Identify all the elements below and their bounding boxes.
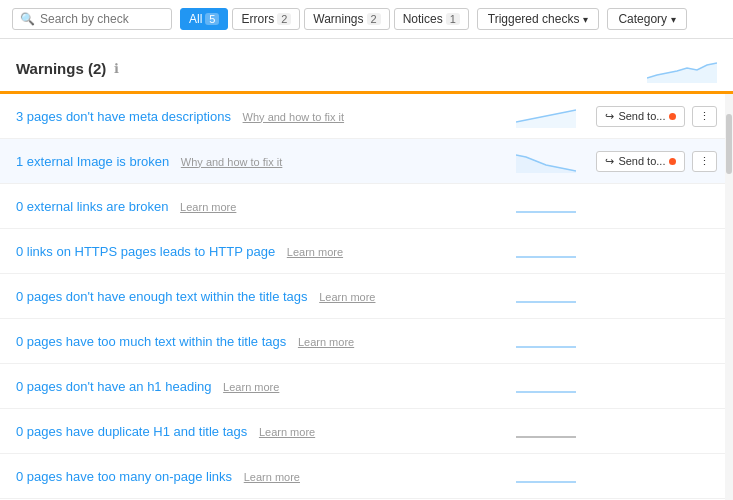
chart-cell	[508, 454, 588, 499]
learn-more-link[interactable]: Learn more	[244, 471, 300, 483]
check-label: 0 pages don't have an h1 heading	[16, 379, 211, 394]
action-cell	[588, 184, 725, 229]
check-label: 0 external links are broken	[16, 199, 168, 214]
section-header: Warnings (2) ℹ	[0, 39, 733, 91]
table-row: 0 pages have too much text within the ti…	[0, 319, 725, 364]
chart-cell	[508, 139, 588, 184]
table-row: 0 pages don't have an h1 heading Learn m…	[0, 364, 725, 409]
more-options-button[interactable]: ⋮	[692, 151, 717, 172]
main-content: 3 pages don't have meta descriptions Why…	[0, 94, 733, 500]
send-to-button[interactable]: ↪ Send to...	[596, 106, 685, 127]
learn-more-link[interactable]: Learn more	[298, 336, 354, 348]
table-row: 0 external links are broken Learn more	[0, 184, 725, 229]
action-cell	[588, 274, 725, 319]
checks-table: 3 pages don't have meta descriptions Why…	[0, 94, 725, 500]
forward-icon: ↪	[605, 110, 614, 123]
filter-tabs: All 5 Errors 2 Warnings 2 Notices 1	[180, 8, 469, 30]
row-sparkline	[516, 464, 576, 488]
search-box[interactable]: 🔍	[12, 8, 172, 30]
action-cell	[588, 409, 725, 454]
check-label: 0 links on HTTPS pages leads to HTTP pag…	[16, 244, 275, 259]
table-row: 0 links on HTTPS pages leads to HTTP pag…	[0, 229, 725, 274]
why-fix-link[interactable]: Why and how to fix it	[181, 156, 283, 168]
search-icon: 🔍	[20, 12, 35, 26]
top-bar: 🔍 All 5 Errors 2 Warnings 2 Notices 1 Tr…	[0, 0, 733, 39]
triggered-checks-dropdown[interactable]: Triggered checks	[477, 8, 600, 30]
tab-warnings[interactable]: Warnings 2	[304, 8, 389, 30]
action-cell: ↪ Send to... ⋮	[588, 94, 725, 139]
action-cell	[588, 364, 725, 409]
learn-more-link[interactable]: Learn more	[319, 291, 375, 303]
category-dropdown[interactable]: Category	[607, 8, 687, 30]
tab-all[interactable]: All 5	[180, 8, 228, 30]
row-sparkline	[516, 239, 576, 263]
scrollbar-thumb[interactable]	[726, 114, 732, 174]
learn-more-link[interactable]: Learn more	[259, 426, 315, 438]
check-label: 0 pages have too many on-page links	[16, 469, 232, 484]
svg-marker-0	[647, 63, 717, 83]
svg-marker-1	[516, 110, 576, 128]
table-row: 0 pages have duplicate H1 and title tags…	[0, 409, 725, 454]
learn-more-link[interactable]: Learn more	[223, 381, 279, 393]
info-icon[interactable]: ℹ	[114, 61, 119, 76]
more-options-button[interactable]: ⋮	[692, 106, 717, 127]
check-label: 0 pages have too much text within the ti…	[16, 334, 286, 349]
learn-more-link[interactable]: Learn more	[180, 201, 236, 213]
check-label: 0 pages have duplicate H1 and title tags	[16, 424, 247, 439]
search-input[interactable]	[40, 12, 160, 26]
row-sparkline	[516, 149, 576, 173]
table-row: 0 pages don't have enough text within th…	[0, 274, 725, 319]
chart-cell	[508, 364, 588, 409]
chart-cell	[508, 274, 588, 319]
check-label: 0 pages don't have enough text within th…	[16, 289, 308, 304]
row-sparkline	[516, 419, 576, 443]
section-sparkline	[647, 53, 717, 83]
action-cell	[588, 319, 725, 364]
check-label: 1 external Image is broken	[16, 154, 173, 169]
scrollbar[interactable]	[725, 94, 733, 500]
section-title: Warnings (2)	[16, 60, 106, 77]
tab-errors[interactable]: Errors 2	[232, 8, 300, 30]
row-sparkline	[516, 284, 576, 308]
chart-cell	[508, 229, 588, 274]
svg-marker-2	[516, 155, 576, 173]
chart-cell	[508, 184, 588, 229]
row-sparkline	[516, 374, 576, 398]
notification-dot	[669, 158, 676, 165]
check-label: 3 pages don't have meta descriptions	[16, 109, 235, 124]
tab-notices[interactable]: Notices 1	[394, 8, 469, 30]
row-sparkline	[516, 329, 576, 353]
action-cell: ↪ Send to... ⋮	[588, 139, 725, 184]
forward-icon: ↪	[605, 155, 614, 168]
action-cell	[588, 229, 725, 274]
table-row: 0 pages have too many on-page links Lear…	[0, 454, 725, 499]
notification-dot	[669, 113, 676, 120]
chart-cell	[508, 94, 588, 139]
row-sparkline	[516, 194, 576, 218]
chart-cell	[508, 319, 588, 364]
table-row: 1 external Image is broken Why and how t…	[0, 139, 725, 184]
chart-cell	[508, 409, 588, 454]
why-fix-link[interactable]: Why and how to fix it	[243, 111, 345, 123]
send-to-button[interactable]: ↪ Send to...	[596, 151, 685, 172]
learn-more-link[interactable]: Learn more	[287, 246, 343, 258]
row-sparkline	[516, 104, 576, 128]
table-row: 3 pages don't have meta descriptions Why…	[0, 94, 725, 139]
action-cell	[588, 454, 725, 499]
